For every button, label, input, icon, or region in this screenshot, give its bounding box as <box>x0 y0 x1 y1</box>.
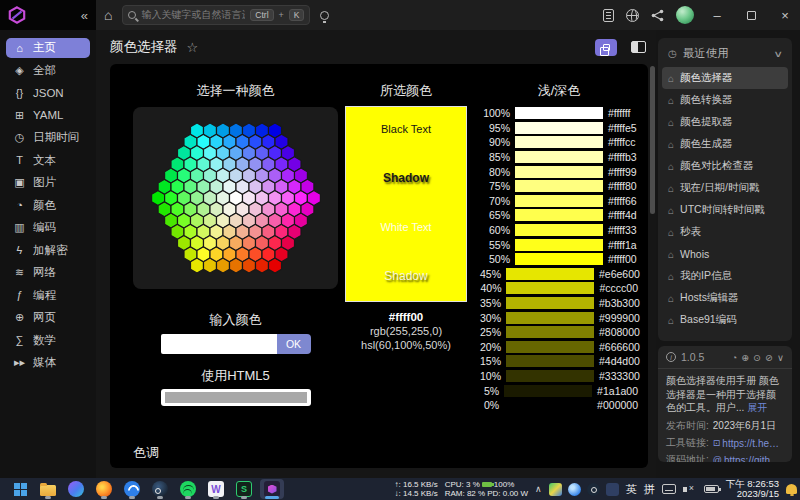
maximize-button[interactable] <box>740 8 762 23</box>
tray-overflow-chevron-icon[interactable]: ∧ <box>535 484 542 494</box>
shade-swatch[interactable] <box>515 136 603 148</box>
sidebar-item-media[interactable]: ▸▸媒体 <box>6 353 90 373</box>
taskbar-app-spotify[interactable] <box>176 479 200 499</box>
recent-item[interactable]: ⌂现在/日期/时间戳 <box>662 177 788 199</box>
volume-muted-icon[interactable] <box>683 484 697 495</box>
user-avatar[interactable] <box>676 6 694 24</box>
shade-swatch[interactable] <box>506 326 594 338</box>
tray-colorful-icon[interactable] <box>549 483 562 496</box>
recent-item[interactable]: ⌂颜色转换器 <box>662 89 788 111</box>
taskbar-app-blue-app[interactable] <box>120 479 144 499</box>
sidebar-collapse-icon[interactable]: « <box>81 8 88 23</box>
recent-item[interactable]: ⌂UTC时间转时间戳 <box>662 199 788 221</box>
changelog-icon[interactable] <box>603 9 614 22</box>
language-icon[interactable] <box>626 9 639 22</box>
shade-swatch[interactable] <box>515 180 603 192</box>
main-scrollbar-thumb[interactable] <box>650 66 655 214</box>
taskbar-app-purple-app[interactable]: W <box>204 479 228 499</box>
sidebar-item-programming[interactable]: ƒ编程 <box>6 286 90 306</box>
recent-item[interactable]: ⌂颜色生成器 <box>662 133 788 155</box>
issue-icon[interactable]: ⊘ <box>765 352 773 363</box>
html5-color-input[interactable] <box>161 389 311 406</box>
recent-collapse-chevron-icon[interactable]: ∨ <box>774 49 784 59</box>
taskbar-app-he3-toolbox[interactable] <box>260 479 284 499</box>
shade-swatch[interactable] <box>506 297 594 309</box>
shade-swatch[interactable] <box>515 166 603 178</box>
tray-blue-icon[interactable] <box>568 483 581 496</box>
sidebar-item-yaml[interactable]: ⊞YAML <box>6 106 90 126</box>
taskbar-app-green-app[interactable]: S <box>232 479 256 499</box>
shade-swatch[interactable] <box>515 122 603 134</box>
shade-swatch[interactable] <box>506 282 594 294</box>
shade-swatch[interactable] <box>515 253 603 265</box>
recent-item[interactable]: ⌂Whois <box>662 243 788 265</box>
sidebar-item-network[interactable]: ≋网络 <box>6 263 90 283</box>
favorite-star-icon[interactable]: ☆ <box>187 40 199 55</box>
sidebar-item-all[interactable]: ◈全部 <box>6 61 90 81</box>
ok-button[interactable]: OK <box>277 334 311 354</box>
shade-swatch[interactable] <box>515 195 603 207</box>
sidebar-item-home[interactable]: ⌂主页 <box>6 38 90 58</box>
close-button[interactable]: × <box>774 8 796 23</box>
shade-swatch[interactable] <box>515 151 603 163</box>
recent-item[interactable]: ⌂秒表 <box>662 221 788 243</box>
recent-item[interactable]: ⌂Base91编码 <box>662 309 788 331</box>
shade-swatch[interactable] <box>506 312 594 324</box>
battery-icon[interactable] <box>704 485 719 493</box>
history-icon[interactable]: ◔ <box>731 352 737 363</box>
system-monitor-widget[interactable]: CPU: 3 %100% RAM: 82 %PD: 0.00 W <box>445 480 528 498</box>
shade-swatch[interactable] <box>515 224 603 236</box>
taskbar-app-firefox[interactable] <box>92 479 116 499</box>
shade-swatch[interactable] <box>504 399 592 411</box>
sidebar-item-image[interactable]: ▣图片 <box>6 173 90 193</box>
recent-item[interactable]: ⌂颜色提取器 <box>662 111 788 133</box>
expand-link[interactable]: 展开 <box>747 402 767 413</box>
web-icon[interactable]: ⊕ <box>741 352 749 363</box>
taskbar-app-steam[interactable] <box>148 479 172 499</box>
ime-mode-indicator[interactable]: 拼 <box>644 482 655 497</box>
info-row-value[interactable]: https://github.com... <box>724 455 784 463</box>
lightbulb-icon[interactable] <box>320 11 329 20</box>
sidebar-item-color[interactable]: ◔颜色 <box>6 196 90 216</box>
taskbar-app-copilot[interactable] <box>64 479 88 499</box>
sidebar-item-crypto[interactable]: ϟ加解密 <box>6 241 90 261</box>
net-speed-widget[interactable]: ↑: 16.5 KB/s ↓: 14.5 KB/s <box>395 480 438 498</box>
shade-swatch[interactable] <box>506 268 594 280</box>
share-icon[interactable] <box>651 9 664 22</box>
shade-swatch[interactable] <box>515 239 603 251</box>
taskbar-app-file-explorer[interactable] <box>36 479 60 499</box>
shade-swatch[interactable] <box>506 355 594 367</box>
sidebar-item-text[interactable]: T文本 <box>6 151 90 171</box>
recent-item[interactable]: ⌂颜色对比检查器 <box>662 155 788 177</box>
taskbar-app-start[interactable] <box>8 479 32 499</box>
notification-bell-icon[interactable] <box>786 484 797 494</box>
clock-widget[interactable]: 下午 8:26:53 2023/9/15 <box>726 479 779 500</box>
info-collapse-chevron-icon[interactable]: ∨ <box>777 352 784 363</box>
sidebar-item-encode[interactable]: ▥编码 <box>6 218 90 238</box>
shade-swatch[interactable] <box>504 385 592 397</box>
minimize-button[interactable]: – <box>706 8 728 23</box>
color-text-input[interactable] <box>161 334 277 354</box>
sidebar-item-datetime[interactable]: ◷日期时间 <box>6 128 90 148</box>
touch-keyboard-icon[interactable] <box>662 484 676 494</box>
shade-swatch[interactable] <box>506 341 594 353</box>
shade-swatch[interactable] <box>515 209 603 221</box>
shade-swatch[interactable] <box>506 370 594 382</box>
tray-dark-icon[interactable] <box>606 483 619 496</box>
github-icon[interactable]: ⊙ <box>753 352 761 363</box>
panel-toggle-icon[interactable] <box>631 41 646 53</box>
ime-language-indicator[interactable]: 英 <box>626 482 637 497</box>
shade-swatch[interactable] <box>515 107 603 119</box>
hex-color-cell[interactable] <box>307 191 320 206</box>
info-row-value[interactable]: https://t.he3app.co... <box>722 438 784 449</box>
recent-item[interactable]: ⌂颜色选择器 <box>662 67 788 89</box>
sidebar-item-web[interactable]: ⊕网页 <box>6 308 90 328</box>
recent-item[interactable]: ⌂我的IP信息 <box>662 265 788 287</box>
home-icon[interactable]: ⌂ <box>104 7 112 23</box>
sidebar-item-math[interactable]: ∑数学 <box>6 331 90 351</box>
hex-color-grid[interactable] <box>136 112 336 284</box>
sidebar-item-json[interactable]: {}JSON <box>6 83 90 103</box>
search-input[interactable]: 输入关键字或自然语言进... Ctrl + K <box>122 5 310 25</box>
tray-steam-icon[interactable] <box>587 483 600 496</box>
open-in-window-button[interactable] <box>595 39 617 56</box>
